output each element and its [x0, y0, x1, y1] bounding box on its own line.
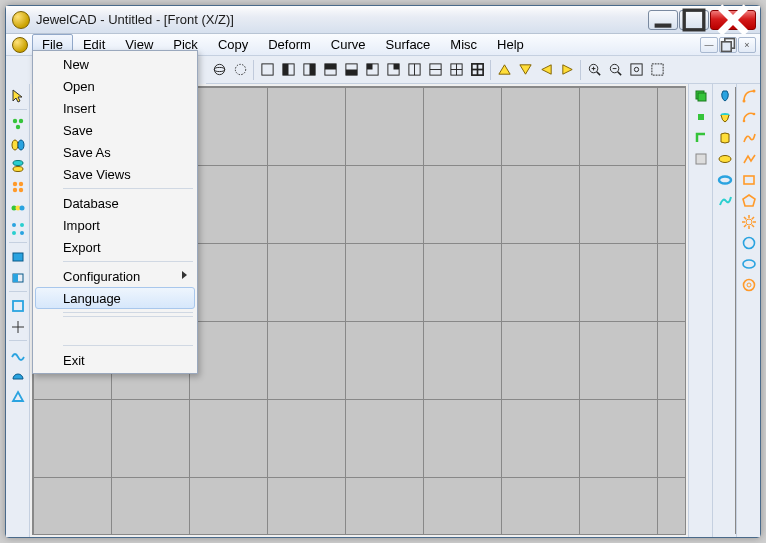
zoom-fit-icon[interactable] — [626, 59, 647, 80]
vase-icon[interactable] — [715, 86, 735, 106]
close-button[interactable] — [710, 10, 756, 30]
view-bottom-icon[interactable] — [341, 59, 362, 80]
ellipse-blue-icon[interactable] — [739, 254, 759, 274]
spline-orange-icon[interactable] — [739, 128, 759, 148]
sphere-wire-icon[interactable] — [209, 59, 230, 80]
svg-point-82 — [719, 156, 731, 163]
sweep-yellow-icon[interactable] — [715, 128, 735, 148]
mdi-minimize-button[interactable]: — — [700, 37, 718, 53]
wave-blue-icon[interactable] — [8, 345, 28, 365]
file-menu-item-insert[interactable]: Insert — [35, 97, 195, 119]
svg-rect-24 — [310, 64, 316, 75]
tri-down-yellow-icon[interactable] — [515, 59, 536, 80]
corner-green-icon[interactable] — [691, 128, 711, 148]
view-tr-icon[interactable] — [383, 59, 404, 80]
beads-green-icon[interactable] — [8, 114, 28, 134]
zoom-sel-icon[interactable] — [647, 59, 668, 80]
view-right-icon[interactable] — [299, 59, 320, 80]
view-full-icon[interactable] — [257, 59, 278, 80]
vase-cyan-icon[interactable] — [715, 107, 735, 127]
svg-point-61 — [18, 182, 22, 186]
mdi-close-button[interactable]: × — [738, 37, 756, 53]
svg-point-101 — [747, 283, 751, 287]
file-menu-item-save-as[interactable]: Save As — [35, 141, 195, 163]
menu-surface[interactable]: Surface — [376, 34, 441, 55]
file-menu-item-language[interactable]: Language — [35, 287, 195, 309]
rect-full-icon[interactable] — [8, 247, 28, 267]
zoom-out-icon[interactable] — [605, 59, 626, 80]
dot-green-icon[interactable] — [691, 107, 711, 127]
svg-rect-20 — [262, 64, 273, 75]
svg-point-18 — [214, 67, 224, 71]
box-gray-icon[interactable] — [691, 149, 711, 169]
ellipses-yb-icon[interactable] — [8, 135, 28, 155]
disc-yellow-icon[interactable] — [715, 149, 735, 169]
menu-separator — [63, 261, 193, 262]
cross-icon[interactable] — [8, 317, 28, 337]
maximize-button[interactable] — [679, 10, 709, 30]
view-top-icon[interactable] — [320, 59, 341, 80]
file-menu-item-export[interactable]: Export — [35, 236, 195, 258]
split-h-icon[interactable] — [425, 59, 446, 80]
arc-orange-icon[interactable] — [739, 107, 759, 127]
view-left-icon[interactable] — [278, 59, 299, 80]
sphere-dotted-icon[interactable] — [230, 59, 251, 80]
beads-orange-icon[interactable] — [8, 177, 28, 197]
tri-up-yellow-icon[interactable] — [494, 59, 515, 80]
ellipses-cy-icon[interactable] — [8, 156, 28, 176]
file-menu-item-configuration[interactable]: Configuration — [35, 265, 195, 287]
cursor-icon[interactable] — [8, 86, 28, 106]
polygon-orange-icon[interactable] — [739, 191, 759, 211]
svg-rect-71 — [13, 253, 23, 261]
zoom-in-icon[interactable] — [584, 59, 605, 80]
svg-rect-32 — [394, 64, 400, 70]
rect-orange-icon[interactable] — [739, 170, 759, 190]
curve-orange-icon[interactable] — [739, 86, 759, 106]
layers-icon[interactable] — [691, 86, 711, 106]
semi-blue-icon[interactable] — [8, 366, 28, 386]
split-v-icon[interactable] — [404, 59, 425, 80]
file-menu-item-exit[interactable]: Exit — [35, 349, 195, 371]
box-blue-icon[interactable] — [8, 296, 28, 316]
mdi-restore-button[interactable] — [719, 37, 737, 53]
split-quad-icon[interactable] — [446, 59, 467, 80]
beads-mixed-icon[interactable] — [8, 198, 28, 218]
menu-misc[interactable]: Misc — [440, 34, 487, 55]
svg-point-87 — [752, 113, 755, 116]
path-orange-icon[interactable] — [739, 149, 759, 169]
beads-blue-icon[interactable] — [8, 219, 28, 239]
menu-deform[interactable]: Deform — [258, 34, 321, 55]
file-menu-item-save[interactable]: Save — [35, 119, 195, 141]
torus-icon[interactable] — [715, 170, 735, 190]
file-menu-item-new[interactable]: New — [35, 53, 195, 75]
svg-rect-26 — [325, 64, 336, 70]
tri-left-yellow-icon[interactable] — [536, 59, 557, 80]
minimize-button[interactable] — [648, 10, 678, 30]
menu-copy[interactable]: Copy — [208, 34, 258, 55]
svg-point-98 — [743, 238, 754, 249]
file-menu-item-save-views[interactable]: Save Views — [35, 163, 195, 185]
split-quad-bold-icon[interactable] — [467, 59, 488, 80]
ring-orange-icon[interactable] — [739, 275, 759, 295]
svg-point-57 — [18, 140, 24, 150]
triangle-blue-icon[interactable] — [8, 387, 28, 407]
view-tl-icon[interactable] — [362, 59, 383, 80]
gear-orange-icon[interactable] — [739, 212, 759, 232]
tri-right-yellow-icon[interactable] — [557, 59, 578, 80]
file-menu-item-database[interactable]: Database — [35, 192, 195, 214]
app-icon — [12, 11, 30, 29]
window-controls — [648, 10, 756, 30]
circle-blue-icon[interactable] — [739, 233, 759, 253]
svg-point-100 — [743, 280, 754, 291]
menu-separator — [63, 316, 193, 317]
svg-line-96 — [751, 217, 753, 219]
menu-help[interactable]: Help — [487, 34, 534, 55]
window-title: JewelCAD - Untitled - [Front (X/Z)] — [36, 12, 648, 27]
file-menu-item-import[interactable]: Import — [35, 214, 195, 236]
file-menu-item-open[interactable]: Open — [35, 75, 195, 97]
mdi-icon[interactable] — [12, 37, 28, 53]
rect-half-icon[interactable] — [8, 268, 28, 288]
menu-curve[interactable]: Curve — [321, 34, 376, 55]
wave-cyan-icon[interactable] — [715, 191, 735, 211]
mdi-controls: — × — [700, 37, 758, 53]
